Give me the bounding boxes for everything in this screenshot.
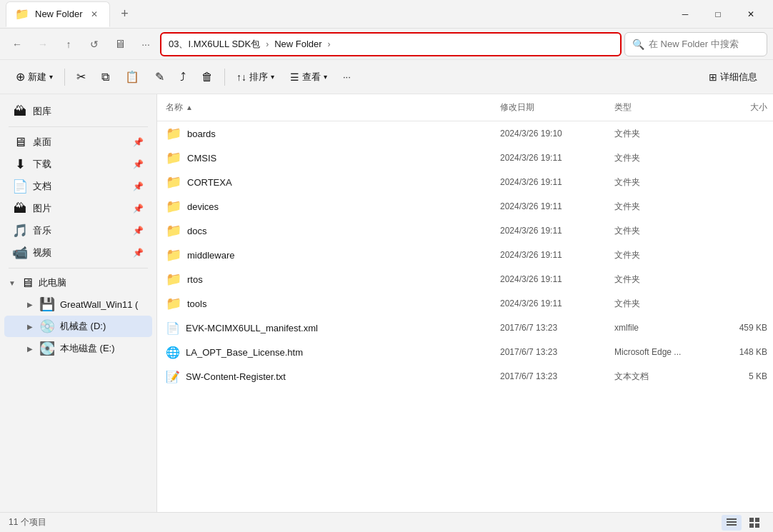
- drive3-icon: 💽: [40, 341, 54, 356]
- file-type-cell: 文件夹: [609, 225, 709, 237]
- file-name: CORTEXA: [187, 177, 232, 188]
- file-date-cell: 2024/3/26 19:10: [494, 129, 609, 139]
- table-row[interactable]: 📁 CORTEXA 2024/3/26 19:11 文件夹: [157, 170, 773, 194]
- main-layout: 🏔 图库 🖥 桌面 📌 ⬇ 下载 📌 📄 文档 📌 🏔 图片 📌: [0, 94, 773, 512]
- sidebar: 🏔 图库 🖥 桌面 📌 ⬇ 下载 📌 📄 文档 📌 🏔 图片 📌: [0, 94, 157, 512]
- table-row[interactable]: 📁 rtos 2024/3/26 19:11 文件夹: [157, 267, 773, 291]
- grid-view-button[interactable]: [744, 515, 764, 531]
- forward-button[interactable]: →: [31, 33, 54, 56]
- new-tab-button[interactable]: +: [113, 3, 136, 26]
- toolbar: ⊕ 新建 ▾ ✂ ⧉ 📋 ✎ ⤴ 🗑 ↑↓ 排序 ▾ ☰ 查看 ▾ ··· ⊞ …: [0, 60, 773, 94]
- more-button[interactable]: ···: [336, 65, 358, 89]
- sidebar-thispc-group[interactable]: ▼ 🖥 此电脑: [0, 273, 156, 293]
- table-row[interactable]: 🌐 LA_OPT_Base_License.htm 2017/6/7 13:23…: [157, 340, 773, 364]
- sidebar-item-videos[interactable]: 📹 视频 📌: [4, 242, 152, 264]
- file-icon: 📄: [166, 321, 180, 335]
- sort-icon: ↑↓: [236, 71, 246, 83]
- table-row[interactable]: 📁 devices 2024/3/26 19:11 文件夹: [157, 194, 773, 219]
- sidebar-item-drive2[interactable]: ▶ 💿 机械盘 (D:): [4, 316, 152, 337]
- sort-button[interactable]: ↑↓ 排序 ▾: [229, 65, 281, 89]
- delete-button[interactable]: 🗑: [194, 65, 220, 89]
- active-tab[interactable]: 📁 New Folder ✕: [6, 1, 110, 27]
- details-button[interactable]: ⊞ 详细信息: [702, 65, 764, 89]
- title-bar-tabs: 📁 New Folder ✕ +: [6, 1, 669, 27]
- back-button[interactable]: ←: [6, 33, 29, 56]
- sidebar-item-pictures[interactable]: 🏔 图片 📌: [4, 198, 152, 219]
- share-button[interactable]: ⤴: [173, 65, 193, 89]
- sidebar-item-drive1[interactable]: ▶ 💾 GreatWall_Win11 (: [4, 293, 152, 315]
- computer-icon[interactable]: 🖥: [109, 33, 131, 56]
- file-name: CMSIS: [187, 153, 216, 164]
- address-bar[interactable]: 03、I.MX6ULL SDK包 › New Folder ›: [160, 32, 622, 56]
- file-name: rtos: [187, 274, 203, 285]
- table-row[interactable]: 📁 CMSIS 2024/3/26 19:11 文件夹: [157, 146, 773, 170]
- col-header-name[interactable]: 名称 ▲: [157, 97, 494, 118]
- file-type-cell: 文件夹: [609, 201, 709, 213]
- sidebar-item-documents[interactable]: 📄 文档 📌: [4, 176, 152, 197]
- drive1-expand-icon: ▶: [27, 301, 33, 308]
- col-header-size[interactable]: 大小: [709, 97, 773, 118]
- file-date-cell: 2024/3/26 19:11: [494, 226, 609, 236]
- file-name: LA_OPT_Base_License.htm: [186, 347, 303, 358]
- gallery-icon: 🏔: [13, 104, 27, 119]
- maximize-button[interactable]: □: [702, 1, 734, 27]
- paste-button[interactable]: 📋: [118, 65, 146, 89]
- file-type-cell: 文件夹: [609, 249, 709, 261]
- sidebar-item-gallery[interactable]: 🏔 图库: [4, 101, 152, 122]
- table-row[interactable]: 📁 docs 2024/3/26 19:11 文件夹: [157, 219, 773, 243]
- col-header-date[interactable]: 修改日期: [494, 97, 609, 118]
- table-row[interactable]: 📄 EVK-MCIMX6ULL_manifest.xml 2017/6/7 13…: [157, 316, 773, 340]
- search-box[interactable]: 🔍: [624, 32, 767, 56]
- file-name: EVK-MCIMX6ULL_manifest.xml: [186, 323, 318, 333]
- table-row[interactable]: 📁 middleware 2024/3/26 19:11 文件夹: [157, 243, 773, 267]
- file-name-cell: 📁 rtos: [157, 271, 494, 287]
- file-icon: 🌐: [166, 346, 180, 359]
- file-size-cell: 459 KB: [709, 323, 773, 333]
- sidebar-documents-label: 文档: [33, 180, 51, 193]
- music-icon: 🎵: [13, 224, 27, 238]
- table-row[interactable]: 📁 boards 2024/3/26 19:10 文件夹: [157, 121, 773, 146]
- file-icon: 📁: [166, 296, 181, 311]
- svg-rect-4: [755, 518, 759, 522]
- sidebar-drive2-label: 机械盘 (D:): [60, 320, 106, 333]
- drive2-expand-icon: ▶: [27, 323, 33, 331]
- up-button[interactable]: ↑: [57, 33, 80, 56]
- cut-button[interactable]: ✂: [69, 65, 93, 89]
- table-row[interactable]: 📝 SW-Content-Register.txt 2017/6/7 13:23…: [157, 364, 773, 388]
- file-list: 📁 boards 2024/3/26 19:10 文件夹 📁 CMSIS 202…: [157, 121, 773, 388]
- breadcrumb-more-button[interactable]: ···: [134, 33, 157, 56]
- file-type-cell: 文件夹: [609, 273, 709, 286]
- status-count: 11 个项目: [9, 516, 46, 528]
- sidebar-item-drive3[interactable]: ▶ 💽 本地磁盘 (E:): [4, 338, 152, 359]
- file-name-cell: 📁 boards: [157, 126, 494, 141]
- sidebar-item-desktop[interactable]: 🖥 桌面 📌: [4, 131, 152, 153]
- new-button[interactable]: ⊕ 新建 ▾: [9, 65, 60, 89]
- toolbar-sep1: [64, 69, 65, 86]
- file-name: boards: [187, 129, 216, 139]
- sidebar-music-label: 音乐: [33, 224, 51, 237]
- tab-close-button[interactable]: ✕: [88, 8, 101, 21]
- minimize-button[interactable]: ─: [669, 1, 702, 27]
- file-name: SW-Content-Register.txt: [186, 371, 286, 382]
- view-button[interactable]: ☰ 查看 ▾: [283, 65, 334, 89]
- refresh-button[interactable]: ↺: [83, 33, 106, 56]
- breadcrumb-part2: New Folder: [274, 39, 321, 49]
- file-name-cell: 🌐 LA_OPT_Base_License.htm: [157, 346, 494, 359]
- col-size-label: 大小: [750, 102, 767, 112]
- search-input[interactable]: [649, 39, 759, 49]
- col-header-type[interactable]: 类型: [609, 97, 709, 118]
- file-date-cell: 2024/3/26 19:11: [494, 177, 609, 187]
- table-row[interactable]: 📁 tools 2024/3/26 19:11 文件夹: [157, 291, 773, 316]
- detail-view-button[interactable]: [722, 515, 742, 531]
- file-name-cell: 📁 CMSIS: [157, 150, 494, 166]
- sidebar-item-downloads[interactable]: ⬇ 下载 📌: [4, 154, 152, 175]
- thispc-icon: 🖥: [20, 276, 34, 290]
- thispc-expand-icon: ▼: [9, 279, 16, 287]
- sidebar-item-music[interactable]: 🎵 音乐 📌: [4, 220, 152, 241]
- close-button[interactable]: ✕: [734, 1, 767, 27]
- copy-button[interactable]: ⧉: [94, 65, 116, 89]
- svg-rect-2: [727, 524, 737, 526]
- sidebar-separator1: [9, 126, 148, 127]
- rename-button[interactable]: ✎: [148, 65, 171, 89]
- file-date-cell: 2024/3/26 19:11: [494, 298, 609, 308]
